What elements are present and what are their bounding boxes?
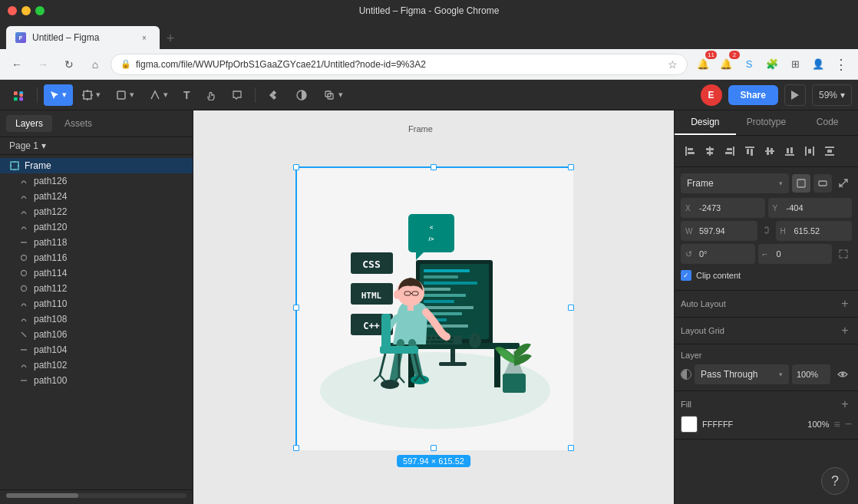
align-bottom-button[interactable] — [780, 142, 799, 160]
canvas-area[interactable]: Frame — [193, 110, 674, 504]
align-left-button[interactable] — [681, 142, 699, 160]
auto-layout-add-button[interactable]: + — [838, 297, 852, 311]
tab-design[interactable]: Design — [675, 110, 736, 135]
blend-mode-dropdown[interactable]: Pass Through ▾ — [695, 364, 789, 384]
frame-view-2-button[interactable] — [813, 174, 832, 193]
visibility-button[interactable] — [833, 365, 852, 384]
layer-item-path102[interactable]: path102 — [0, 357, 193, 373]
shape-tool-button[interactable]: ▾ — [110, 84, 140, 106]
corner-radius-expand-button[interactable] — [835, 245, 852, 262]
layer-item-path112[interactable]: path112 — [0, 281, 193, 296]
active-tab[interactable]: F Untitled – Figma × — [6, 26, 160, 49]
figma-menu-button[interactable] — [6, 83, 31, 107]
share-button[interactable]: Share — [728, 85, 778, 105]
resize-icon-button[interactable] — [835, 175, 852, 192]
opacity-field[interactable]: 100% — [792, 364, 830, 384]
layer-item-path126[interactable]: path126 — [0, 173, 193, 189]
w-field[interactable]: W 597.94 — [681, 221, 757, 241]
distribute-h-button[interactable] — [800, 142, 819, 160]
tab-assets[interactable]: Assets — [55, 115, 101, 132]
frame-tool-button[interactable]: ▾ — [76, 84, 107, 106]
handle-bl[interactable] — [293, 445, 299, 451]
extension-s[interactable]: S — [738, 54, 760, 75]
play-button[interactable] — [784, 84, 806, 106]
layer-item-path124[interactable]: path124 — [0, 189, 193, 204]
handle-tr[interactable] — [568, 164, 574, 170]
layer-item-path120[interactable]: path120 — [0, 219, 193, 235]
align-center-v-button[interactable] — [761, 142, 779, 160]
component-tool-button[interactable] — [262, 84, 286, 106]
layer-item-path100[interactable]: path100 — [0, 373, 193, 388]
layer-item-path114[interactable]: path114 — [0, 265, 193, 281]
address-input[interactable]: 🔒 figma.com/file/WWUPfpOrbS1GaaZGYcae21/… — [111, 54, 688, 75]
handle-mr[interactable] — [568, 305, 574, 311]
corner-radius-field[interactable]: ⌐ 0 — [758, 244, 833, 264]
tab-close-button[interactable]: × — [138, 31, 150, 44]
clip-tool-button[interactable]: ▾ — [317, 84, 349, 106]
new-tab-button[interactable]: + — [160, 28, 181, 49]
forward-button[interactable]: → — [32, 54, 54, 75]
handle-bm[interactable] — [431, 445, 437, 451]
extension-notifications[interactable]: 🔔 11 — [692, 54, 714, 75]
layer-scrollbar-thumb[interactable] — [6, 493, 78, 498]
fill-options-button[interactable]: ≡ — [833, 418, 840, 430]
frame-view-1-button[interactable] — [792, 174, 810, 193]
layer-item-path110[interactable]: path110 — [0, 296, 193, 311]
fill-add-button[interactable]: + — [838, 397, 852, 411]
extension-ext[interactable]: ⊞ — [784, 54, 806, 75]
layer-item-frame[interactable]: Frame — [0, 158, 193, 173]
y-field[interactable]: Y -404 — [768, 198, 853, 218]
svg-rect-14 — [11, 162, 18, 170]
home-button[interactable]: ⌂ — [84, 54, 106, 75]
more-options-button[interactable]: ⋮ — [830, 54, 852, 75]
layer-item-path108[interactable]: path108 — [0, 311, 193, 327]
auto-layout-section[interactable]: Auto Layout + — [675, 291, 858, 318]
back-button[interactable]: ← — [6, 54, 28, 75]
close-traffic-light[interactable] — [8, 6, 17, 15]
layout-grid-add-button[interactable]: + — [838, 324, 852, 338]
rotation-field[interactable]: ↺ 0° — [681, 244, 755, 264]
handle-tl[interactable] — [293, 164, 299, 170]
align-center-h-button[interactable] — [701, 142, 719, 160]
layer-item-path106[interactable]: path106 — [0, 327, 193, 342]
star-icon[interactable]: ☆ — [668, 58, 678, 71]
frame-type-dropdown[interactable]: Frame ▾ — [681, 173, 789, 193]
pen-tool-button[interactable]: ▾ — [144, 84, 174, 106]
layer-item-path116[interactable]: path116 — [0, 250, 193, 265]
zoom-control[interactable]: 59% ▾ — [812, 84, 852, 106]
layout-grid-section[interactable]: Layout Grid + — [675, 318, 858, 344]
tab-prototype[interactable]: Prototype — [736, 110, 797, 135]
fill-header: Fill + — [681, 397, 852, 411]
layer-scrollbar-track[interactable] — [6, 493, 186, 498]
x-field[interactable]: X -2473 — [681, 198, 765, 218]
handle-br[interactable] — [568, 445, 574, 451]
contrast-tool-button[interactable] — [289, 84, 314, 106]
tab-layers[interactable]: Layers — [6, 115, 52, 132]
layer-item-path118[interactable]: path118 — [0, 235, 193, 250]
move-tool-button[interactable]: ▾ — [44, 84, 73, 106]
link-wh-button[interactable] — [761, 225, 773, 238]
layer-item-path122[interactable]: path122 — [0, 204, 193, 219]
tab-code[interactable]: Code — [797, 110, 858, 135]
refresh-button[interactable]: ↻ — [58, 54, 80, 75]
fill-remove-button[interactable]: − — [845, 417, 852, 431]
handle-ml[interactable] — [293, 305, 299, 311]
maximize-traffic-light[interactable] — [35, 6, 45, 15]
align-top-button[interactable] — [741, 142, 759, 160]
text-tool-button[interactable]: T — [177, 84, 196, 106]
extension-2[interactable]: 🔔 2 — [715, 54, 737, 75]
align-right-button[interactable] — [721, 142, 739, 160]
clip-content-checkbox[interactable]: ✓ — [681, 270, 691, 281]
minimize-traffic-light[interactable] — [21, 6, 31, 15]
handle-tm[interactable] — [431, 164, 437, 170]
profile-icon[interactable]: 👤 — [807, 54, 829, 75]
h-field[interactable]: H 615.52 — [776, 221, 853, 241]
comment-tool-button[interactable] — [226, 84, 249, 106]
layer-item-path104[interactable]: path104 — [0, 342, 193, 357]
hand-tool-button[interactable] — [200, 84, 223, 106]
distribute-v-button[interactable] — [820, 142, 839, 160]
fill-color-swatch[interactable] — [681, 416, 698, 433]
extension-puzzle[interactable]: 🧩 — [761, 54, 783, 75]
page-selector[interactable]: Page 1 ▾ — [0, 137, 193, 155]
canvas-frame[interactable]: CSS HTML C++ < /> — [295, 166, 572, 449]
